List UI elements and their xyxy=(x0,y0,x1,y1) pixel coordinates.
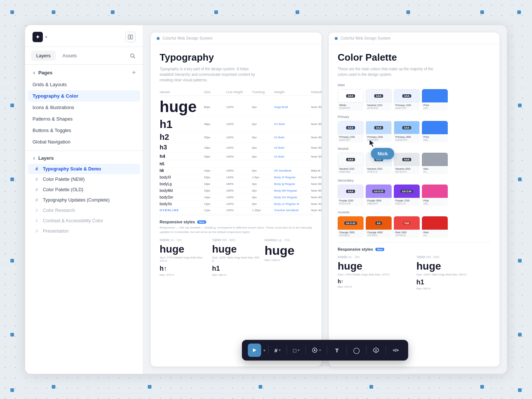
play-button[interactable] xyxy=(248,344,261,357)
color-title: Color Palette xyxy=(338,52,491,63)
page-item-icons[interactable]: Icons & Illustrations xyxy=(28,102,140,113)
pen-tool[interactable]: ▾ xyxy=(309,345,324,355)
layer-label: Color Research xyxy=(43,208,75,213)
layers-section-header[interactable]: ∨ Layers xyxy=(25,151,143,164)
page-label: Buttons & Toggles xyxy=(33,128,71,133)
swatch-pink: Pink#80... xyxy=(422,185,448,206)
type-sample-h5: h5 xyxy=(160,162,204,166)
hash-icon: # xyxy=(35,187,40,192)
swatch-white: AAA White#FEFEFF xyxy=(338,89,364,111)
main-container: ✦ ▾ Layers Assets xyxy=(25,25,507,374)
ellipse-tool[interactable]: ◯ xyxy=(350,344,363,357)
layers-section: ∨ Layers # Typography Scale & Demo # Col… xyxy=(25,151,143,236)
responsive-styles-section: Responsive styles New Responsive — We us… xyxy=(160,215,313,277)
deco-square xyxy=(214,10,218,14)
tab-layers[interactable]: Layers xyxy=(31,51,56,61)
layer-item-color-research[interactable]: # Color Research xyxy=(28,205,140,216)
deco-square xyxy=(518,177,522,181)
tab-assets[interactable]: Assets xyxy=(57,51,82,61)
page-item-buttons[interactable]: Buttons & Toggles xyxy=(28,125,140,136)
type-sample-h4: h4 xyxy=(160,154,204,159)
layers-section-label: ∨ Layers xyxy=(33,155,54,161)
page-item-patterns[interactable]: Patterns & Shapes xyxy=(28,113,140,125)
code-tool[interactable]: </> xyxy=(389,344,402,357)
page-item-nav[interactable]: Global Navigation xyxy=(28,136,140,148)
component-tool[interactable] xyxy=(369,344,383,357)
frame-tool-arrow: ▾ xyxy=(279,348,281,352)
layer-label: Color Palette (OLD) xyxy=(43,187,83,192)
logo-dropdown[interactable]: ▾ xyxy=(45,35,47,40)
swatch-purple-500: AA 6.53 Purple /500#8B1EFF xyxy=(366,185,392,206)
swatch-orange-600: AA Orange /600#FF9901 xyxy=(366,216,392,238)
toolbar-separator xyxy=(268,346,269,355)
pages-section-header[interactable]: ∨ Pages + xyxy=(25,65,143,79)
toolbar-separator xyxy=(327,346,327,355)
col-color: Default Color xyxy=(311,90,321,94)
table-row: bodyXl 20px 140% 1.5px Body Xl Regular N… xyxy=(160,174,313,181)
hash-icon: # xyxy=(35,177,40,182)
col-weight: Weight xyxy=(274,90,311,94)
search-button[interactable] xyxy=(128,51,137,60)
text-tool[interactable]: T xyxy=(330,344,344,357)
page-label: Patterns & Shapes xyxy=(33,116,72,122)
page-item-typography[interactable]: Typography & Color xyxy=(28,90,140,102)
deco-square xyxy=(518,388,522,392)
shape-tool-arrow: ▾ xyxy=(298,348,300,352)
table-row: h3 18px 120% 0px h3 Bold Nuer 900 M xyxy=(160,143,313,153)
main-swatches: AAA White#FEFEFF AAA Neutral /100#F3F4FB xyxy=(338,89,491,111)
type-sample-h1: h1 xyxy=(160,118,204,130)
layer-item-typography-updates[interactable]: # Typography Updates (Complete) xyxy=(28,195,140,205)
deco-square xyxy=(518,104,522,107)
color-responsive-section: Responsive styles New Mobile xs - Sm hug… xyxy=(338,242,491,290)
type-sample-bodylg: bodyLg xyxy=(160,182,204,186)
table-header: Variant Size Line Height Tracking Weight… xyxy=(160,89,313,96)
layer-item-presentation[interactable]: # Presentation xyxy=(28,226,140,236)
resp-h1-mobile: h↑ xyxy=(160,265,208,273)
page-item-grids[interactable]: Grids & Layouts xyxy=(28,79,140,90)
color-section-accents: Accents AA 6.43 Orange /500#FFA620 AA xyxy=(338,210,491,238)
table-row: h5 xyxy=(160,160,313,168)
toolbar-separator xyxy=(287,346,287,355)
add-page-button[interactable]: + xyxy=(132,69,136,76)
frame-tool[interactable]: # ▾ xyxy=(272,345,284,356)
color-resp-h1-mobile: h↑ xyxy=(338,278,412,284)
sidebar-header: ✦ ▾ xyxy=(25,25,143,47)
layout-toggle-button[interactable] xyxy=(125,32,136,42)
new-badge: New xyxy=(375,248,384,251)
table-row: h2 35px 120% 0px h2 Bold Nuer 900 M xyxy=(160,132,313,143)
layer-item-contrast[interactable]: # Contrast & Accessibility Color xyxy=(28,216,140,226)
deco-square xyxy=(296,10,299,14)
deco-square xyxy=(518,333,522,337)
layer-item-color-new[interactable]: # Color Palette (NEW) xyxy=(28,174,140,185)
sidebar-tabs: Layers Assets xyxy=(25,47,143,65)
type-sample-h3: h3 xyxy=(160,144,204,151)
layer-item-color-old[interactable]: # Color Palette (OLD) xyxy=(28,185,140,195)
swatch-primary-main: Prim#80... xyxy=(422,121,448,142)
typography-card: Colorful Web Design System Typography Ty… xyxy=(151,33,321,366)
swatch-neutral-100: AAA Neutral /100#F3F4FB xyxy=(366,89,392,111)
swatch-red-main: Red#0... xyxy=(422,216,448,238)
resp-col-desktop: Desktop Lg - XXL huge Max: 1200 H xyxy=(265,238,313,277)
table-row: bodyXs 13px 120% 0px Body xs Regular M N… xyxy=(160,201,313,207)
type-sample-bodymd: bodyMd xyxy=(160,189,204,193)
svg-line-3 xyxy=(134,57,135,58)
typography-subtitle: Typography is a key part of the design s… xyxy=(160,66,263,83)
swatch-neutral-300: AAA Neutral /300#E7ECF5 xyxy=(394,153,420,174)
color-section-primary: Primary AAA Primary /100#EAF1FF AAA xyxy=(338,115,491,142)
deco-square xyxy=(518,259,522,263)
color-card-header: Colorful Web Design System xyxy=(329,33,499,44)
typography-brand: Colorful Web Design System xyxy=(163,36,212,40)
primary-swatches: AAA Primary /100#EAF1FF AAA Primary /200… xyxy=(338,121,491,142)
deco-square xyxy=(480,385,484,389)
play-dropdown-arrow[interactable]: ▾ xyxy=(263,348,265,352)
toolbar-separator xyxy=(386,346,386,355)
resp-col-tablet: Tablet Md - 600 huge Size: 120% Table Hu… xyxy=(212,238,260,277)
color-resp-h1-tablet: h1 xyxy=(416,278,491,286)
resp-huge-desktop: huge xyxy=(265,243,313,258)
toolbar-separator xyxy=(347,346,347,355)
layer-label: Typography Scale & Demo xyxy=(43,166,101,172)
card-dot xyxy=(335,37,338,40)
layer-item-typography-scale[interactable]: # Typography Scale & Demo xyxy=(28,164,140,174)
shape-tool[interactable]: □ ▾ xyxy=(290,345,303,356)
deco-square xyxy=(517,10,521,14)
